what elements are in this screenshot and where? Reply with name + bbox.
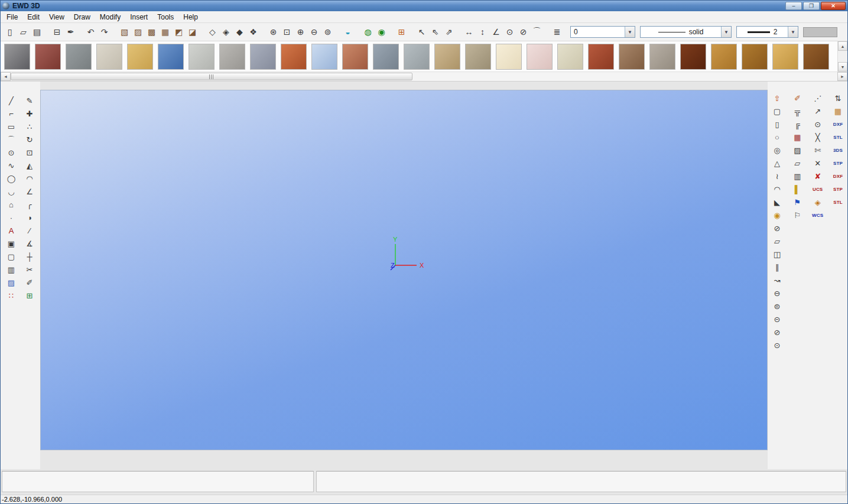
texture-swatch-blue-tile[interactable] bbox=[158, 44, 184, 70]
flag-mark-icon[interactable]: ⚑ bbox=[791, 196, 804, 209]
box-view-3-icon[interactable]: ▩ bbox=[145, 25, 158, 39]
chevron-down-icon[interactable]: ▼ bbox=[625, 27, 635, 37]
box-view-6-icon[interactable]: ◪ bbox=[186, 25, 199, 39]
pipe-elbow-icon[interactable]: ╔ bbox=[791, 118, 804, 131]
erase-all-icon[interactable]: ✘ bbox=[811, 170, 824, 183]
select-arrow-icon[interactable]: ↖ bbox=[415, 25, 428, 39]
solid-dome-icon[interactable]: ◠ bbox=[771, 183, 784, 196]
texture-swatch-oak-wood[interactable] bbox=[711, 44, 737, 70]
snap-grid-icon[interactable]: ┼ bbox=[23, 251, 36, 263]
render-settings-icon[interactable]: ⊞ bbox=[395, 25, 408, 39]
pipe-solid-icon[interactable]: ∥ bbox=[771, 261, 784, 274]
snap-endpoint-icon[interactable]: ⇖ bbox=[428, 25, 442, 39]
texture-swatch-gray-speckle[interactable] bbox=[219, 44, 245, 70]
slice-solid-icon[interactable]: ⊘ bbox=[771, 222, 784, 235]
texture-swatch-woven-gray[interactable] bbox=[465, 44, 491, 70]
draw-spline-icon[interactable]: ∿ bbox=[5, 160, 18, 172]
texture-swatch-walnut-wood[interactable] bbox=[742, 44, 768, 70]
menu-help[interactable]: Help bbox=[178, 12, 203, 22]
box-view-1-icon[interactable]: ▧ bbox=[118, 25, 131, 39]
texture-swatch-gold-stone[interactable] bbox=[127, 44, 153, 70]
dim-angular-icon[interactable]: ∠ bbox=[489, 25, 503, 39]
texture-swatch-light-speckle[interactable] bbox=[189, 44, 215, 70]
scroll-down-button[interactable]: ▼ bbox=[838, 62, 847, 71]
paint-format-icon[interactable]: ✐ bbox=[23, 277, 36, 289]
dim-radius-icon[interactable]: ⊙ bbox=[503, 25, 516, 39]
gem-tool-icon[interactable]: ◈ bbox=[811, 196, 824, 209]
texture-swatch-dark-stone[interactable] bbox=[4, 44, 30, 70]
texture-swatch-pink-marble[interactable] bbox=[527, 44, 553, 70]
solid-box-icon[interactable]: ▢ bbox=[771, 105, 784, 118]
texture-swatch-blue-gray-stone[interactable] bbox=[373, 44, 399, 70]
texture-swatch-gray-fabric[interactable] bbox=[404, 44, 430, 70]
center-snap-icon[interactable]: ⊙ bbox=[811, 118, 824, 131]
texture-vertical-scrollbar[interactable]: ▲ ▼ bbox=[837, 41, 847, 71]
texture-horizontal-scrollbar[interactable]: ◄ ► bbox=[1, 72, 847, 82]
dim-diameter-icon[interactable]: ⊘ bbox=[516, 25, 530, 39]
texture-swatch-beige-stone[interactable] bbox=[96, 44, 122, 70]
shell-solid-icon[interactable]: ◫ bbox=[771, 248, 784, 261]
solid-sphere-icon[interactable]: ○ bbox=[771, 131, 784, 144]
trim-icon[interactable]: ✂ bbox=[23, 264, 36, 276]
draw-arc-chord-icon[interactable]: ◡ bbox=[5, 186, 18, 198]
export-stl-button[interactable]: STL bbox=[831, 196, 844, 209]
menu-draw[interactable]: Draw bbox=[69, 12, 95, 22]
flag-outline-icon[interactable]: ⚐ bbox=[791, 209, 804, 222]
polyline-3d-icon[interactable]: ⋰ bbox=[811, 92, 824, 105]
texture-swatch-blue-marble[interactable] bbox=[311, 44, 337, 70]
menu-insert[interactable]: Insert bbox=[125, 12, 152, 22]
move-icon[interactable]: ✚ bbox=[23, 108, 36, 120]
texture-swatch-woven-tan[interactable] bbox=[434, 44, 460, 70]
new-file-icon[interactable]: ▯ bbox=[3, 25, 17, 39]
solid-wedge-icon[interactable]: ◣ bbox=[771, 196, 784, 209]
texture-swatch-red-marble[interactable] bbox=[35, 44, 61, 70]
box-view-4-icon[interactable]: ▦ bbox=[158, 25, 172, 39]
texture-swatch-pale-stone[interactable] bbox=[557, 44, 583, 70]
intersect-snap-icon[interactable]: ╳ bbox=[811, 131, 824, 144]
sheet-paper-icon[interactable]: ▱ bbox=[791, 157, 804, 170]
angle-measure-icon[interactable]: ∡ bbox=[23, 238, 36, 250]
texture-map-icon[interactable]: ▨ bbox=[791, 144, 804, 157]
redo-icon[interactable]: ↷ bbox=[98, 25, 111, 39]
pipe-tee-icon[interactable]: ╦ bbox=[791, 105, 804, 118]
ellipse-3d-3-icon[interactable]: ⊝ bbox=[771, 313, 784, 326]
measure-icon[interactable]: ∕ bbox=[23, 225, 36, 237]
gem-view-4-icon[interactable]: ❖ bbox=[246, 25, 260, 39]
scroll-right-button[interactable]: ► bbox=[837, 72, 847, 81]
export-stp-button[interactable]: STP bbox=[831, 183, 844, 196]
color-palette-icon[interactable]: ∷ bbox=[5, 290, 18, 302]
texture-swatch-teak-wood[interactable] bbox=[803, 44, 829, 70]
draw-point-icon[interactable]: · bbox=[5, 212, 18, 224]
ellipse-3d-5-icon[interactable]: ⊙ bbox=[771, 339, 784, 352]
beam-column-icon[interactable]: ▌ bbox=[791, 183, 804, 196]
wcs-tool-button[interactable]: WCS bbox=[811, 209, 824, 222]
panel-tool-icon[interactable]: ▥ bbox=[791, 170, 804, 183]
orbit-view-icon[interactable]: ◑ bbox=[23, 212, 36, 224]
menu-file[interactable]: File bbox=[2, 12, 22, 22]
menu-modify[interactable]: Modify bbox=[95, 12, 125, 22]
solid-helix-icon[interactable]: ≀ bbox=[771, 170, 784, 183]
texture-swatch-cream-marble[interactable] bbox=[496, 44, 522, 70]
ellipse-3d-4-icon[interactable]: ⊘ bbox=[771, 326, 784, 339]
texture-swatch-red-brick[interactable] bbox=[588, 44, 614, 70]
display-order-icon[interactable]: ⇅ bbox=[831, 92, 844, 105]
render-globe-1-icon[interactable]: ◍ bbox=[361, 25, 375, 39]
draw-line-icon[interactable]: ╱ bbox=[5, 95, 18, 107]
gem-view-1-icon[interactable]: ◇ bbox=[206, 25, 219, 39]
surface-sheet-icon[interactable]: ▱ bbox=[771, 235, 784, 248]
open-file-icon[interactable]: ▱ bbox=[17, 25, 30, 39]
orbit-3d-icon[interactable]: ◒ bbox=[341, 25, 355, 39]
color-swatch-box[interactable] bbox=[803, 27, 837, 37]
menu-view[interactable]: View bbox=[44, 12, 69, 22]
draw-polyline-icon[interactable]: ⌐ bbox=[5, 108, 18, 120]
box-view-5-icon[interactable]: ◩ bbox=[172, 25, 186, 39]
array-icon[interactable]: ⊞ bbox=[23, 290, 36, 302]
leader-arrow-icon[interactable]: ↗ bbox=[811, 105, 824, 118]
chamfer-icon[interactable]: ∠ bbox=[23, 186, 36, 198]
insert-image-icon[interactable]: ▣ bbox=[5, 238, 18, 250]
draw-circle-icon[interactable]: ⊙ bbox=[5, 147, 18, 159]
texture-swatch-pine-wood[interactable] bbox=[772, 44, 798, 70]
scroll-left-button[interactable]: ◄ bbox=[1, 72, 11, 81]
chevron-down-icon[interactable]: ▼ bbox=[721, 27, 731, 37]
box-material-icon[interactable]: ▦ bbox=[791, 131, 804, 144]
